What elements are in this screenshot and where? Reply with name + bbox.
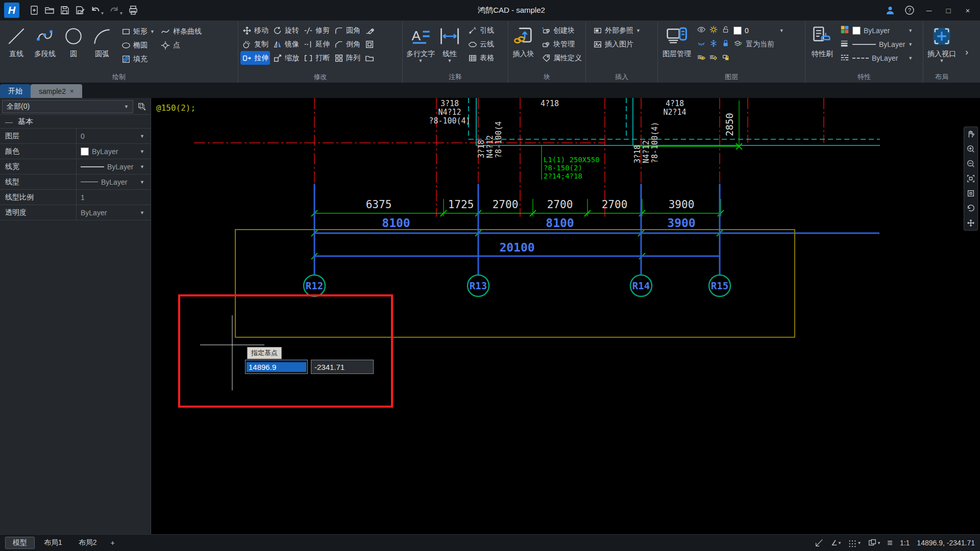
ribbon-expand-chevron[interactable]: › — [960, 21, 973, 83]
scale-indicator[interactable]: 1:1 — [900, 539, 910, 547]
zoom-in-button[interactable] — [965, 143, 976, 155]
selection-filter-dropdown[interactable]: 全部(0) ▼ — [2, 100, 133, 113]
color-row-dropdown[interactable]: ▼ — [140, 149, 144, 154]
tab-model[interactable]: 模型 — [5, 537, 35, 549]
tool-insert-block[interactable]: 插入块 — [510, 22, 536, 59]
mtext-dropdown[interactable]: ▼ — [419, 59, 423, 63]
maximize-button[interactable]: □ — [940, 3, 957, 18]
help-button[interactable]: ? — [901, 3, 918, 18]
lineweight-dropdown[interactable]: ▼ — [908, 42, 913, 47]
zoom-window-button[interactable] — [965, 173, 976, 184]
tool-erase[interactable] — [363, 23, 376, 37]
tool-ellipse[interactable]: 椭圆 — [119, 38, 156, 52]
rect-dropdown[interactable]: ▼ — [150, 29, 155, 34]
tool-insert-viewport[interactable]: 插入视口 ▼ — [925, 22, 958, 63]
tool-array[interactable]: 阵列 — [332, 51, 362, 65]
layer-off-icon[interactable] — [697, 39, 706, 49]
snap-grid-button[interactable]: ▾ — [848, 538, 861, 547]
tool-point[interactable]: 点 — [159, 38, 203, 52]
layer-freeze-icon[interactable] — [709, 39, 718, 49]
tool-copy[interactable]: 复制 — [240, 37, 270, 51]
tool-move[interactable]: 移动 — [240, 23, 270, 37]
tool-xref[interactable]: 外部参照 ▼ — [591, 23, 642, 37]
tool-attribute-define[interactable]: 属性定义 — [540, 51, 583, 65]
tab-layout2[interactable]: 布局2 — [71, 537, 104, 549]
dynamic-input-y[interactable]: -2341.71 — [311, 360, 374, 374]
tool-linear-dim[interactable]: 线性 ▼ — [436, 22, 463, 63]
tool-stretch[interactable]: 拉伸 — [240, 51, 270, 65]
tool-mirror[interactable]: 镜像 — [271, 37, 301, 51]
tool-fillet[interactable]: 圆角 — [332, 23, 362, 37]
pan-button[interactable] — [965, 129, 976, 140]
linear-dropdown[interactable]: ▼ — [448, 59, 452, 63]
tab-sample2[interactable]: sample2 × — [31, 84, 82, 98]
tool-circle[interactable]: 圆 — [59, 22, 88, 59]
tool-leader[interactable]: A 引线 — [466, 23, 496, 37]
lineweight-control[interactable]: ByLayer ▼ — [840, 37, 913, 51]
tool-spline[interactable]: 样条曲线 — [159, 24, 203, 38]
app-logo[interactable]: H — [4, 3, 19, 18]
tool-line[interactable]: 直线 — [2, 22, 31, 59]
property-row-layer[interactable]: 图层 0▼ — [0, 129, 151, 144]
linetype-control[interactable]: ByLayer ▼ — [840, 51, 913, 65]
status-menu-button[interactable]: ≡ — [887, 538, 893, 548]
linetype-dropdown[interactable]: ▼ — [908, 56, 913, 61]
xref-dropdown[interactable]: ▼ — [636, 28, 641, 33]
tool-group-folder[interactable] — [363, 51, 376, 65]
linetype-row-dropdown[interactable]: ▼ — [140, 180, 144, 185]
tool-layer-manager[interactable]: 图层管理 — [660, 22, 694, 59]
tool-match-properties[interactable]: 特性刷 — [807, 22, 837, 59]
tool-polyline[interactable]: 多段线 — [31, 22, 59, 59]
zoom-out-button[interactable] — [965, 158, 976, 169]
tool-break[interactable]: 打断 — [302, 51, 331, 65]
viewport-dropdown[interactable]: ▼ — [940, 59, 944, 63]
tool-scale[interactable]: 缩放 — [271, 51, 301, 65]
layer-lock-icon[interactable] — [721, 39, 730, 49]
dynamic-ucs-button[interactable] — [815, 538, 824, 547]
open-file-button[interactable] — [42, 3, 57, 18]
color-dropdown[interactable]: ▼ — [908, 28, 913, 33]
lineweight-row-dropdown[interactable]: ▼ — [140, 164, 144, 169]
print-button[interactable] — [126, 3, 141, 18]
user-account-button[interactable] — [882, 3, 898, 18]
drawing-canvas[interactable]: @150(2); — [151, 98, 980, 534]
polar-tracking-button[interactable]: ∠▾ — [831, 539, 841, 547]
tool-trim[interactable]: 修剪 — [302, 23, 331, 37]
tool-chamfer[interactable]: 倒角 — [332, 37, 362, 51]
layer-walk-icon[interactable] — [697, 53, 706, 63]
tool-rotate[interactable]: 旋转 — [271, 23, 301, 37]
property-row-linetype-scale[interactable]: 线型比例 1 — [0, 190, 151, 205]
tool-rect[interactable]: 矩形 ▼ — [119, 24, 156, 38]
tool-table[interactable]: 表格 — [466, 51, 496, 65]
tool-extend[interactable]: 延伸 — [302, 37, 331, 51]
tool-arc[interactable]: 圆弧 — [88, 22, 116, 59]
tab-start[interactable]: 开始 — [0, 84, 31, 98]
transparency-row-dropdown[interactable]: ▼ — [140, 210, 144, 215]
tab-layout1[interactable]: 布局1 — [37, 537, 69, 549]
property-row-lineweight[interactable]: 线宽 ByLayer▼ — [0, 159, 151, 174]
close-button[interactable]: × — [960, 3, 976, 18]
redo-dropdown[interactable]: ▾ — [120, 10, 122, 16]
layer-combo[interactable]: 0 ▼ — [697, 23, 784, 37]
zoom-extents-button[interactable] — [965, 188, 976, 199]
new-file-button[interactable] — [27, 3, 42, 18]
tool-offset[interactable] — [363, 37, 376, 51]
property-row-color[interactable]: 颜色 ByLayer▼ — [0, 144, 151, 159]
layer-lock-fade-icon[interactable] — [721, 53, 730, 63]
layer-isolate-icon[interactable] — [709, 53, 718, 63]
tool-mtext[interactable]: A 多行文字 ▼ — [405, 22, 436, 63]
layer-combo-dropdown[interactable]: ▼ — [779, 28, 784, 33]
quick-select-button[interactable] — [135, 100, 149, 113]
tool-create-block[interactable]: 创建块 — [540, 23, 583, 37]
tool-revcloud[interactable]: 云线 — [466, 37, 496, 51]
tool-block-manager[interactable]: 块管理 — [540, 37, 583, 51]
tool-insert-image[interactable]: 插入图片 — [591, 37, 642, 51]
full-navigation-button[interactable] — [965, 217, 976, 229]
set-current-button[interactable]: 置为当前 — [746, 40, 774, 49]
property-row-linetype[interactable]: 线型 ByLayer▼ — [0, 174, 151, 190]
save-as-button[interactable] — [72, 3, 88, 18]
zoom-previous-button[interactable] — [965, 203, 976, 214]
property-row-transparency[interactable]: 透明度 ByLayer▼ — [0, 205, 151, 220]
tab-close-icon[interactable]: × — [70, 87, 74, 95]
save-button[interactable] — [57, 3, 72, 18]
